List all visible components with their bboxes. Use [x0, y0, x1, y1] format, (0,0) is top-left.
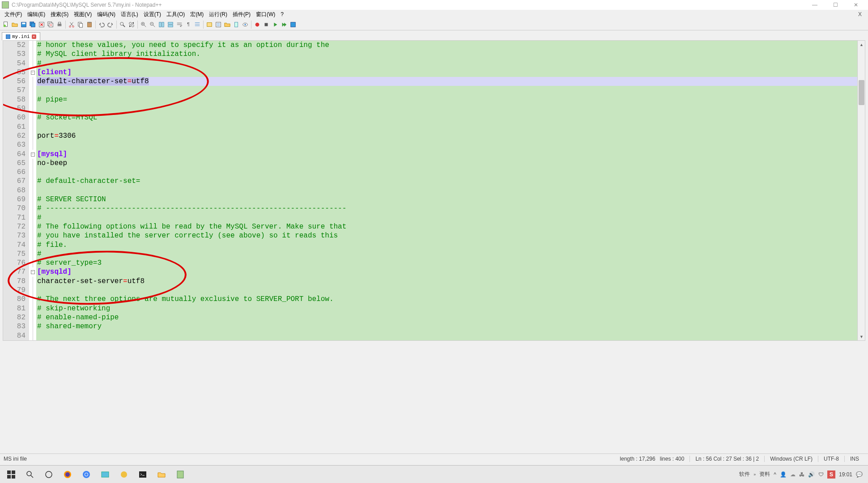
sync-h-icon[interactable] — [166, 21, 174, 29]
code-line[interactable]: # — [36, 213, 865, 222]
tray-people-icon[interactable]: 👤 — [780, 471, 787, 478]
menu-macro[interactable]: 宏(M) — [187, 10, 206, 19]
undo-icon[interactable] — [98, 21, 106, 29]
maximize-button[interactable]: ☐ — [825, 0, 846, 10]
code-line[interactable]: # MySQL client library initialization. — [36, 50, 865, 59]
fold-cell[interactable]: − — [29, 68, 36, 77]
tray-ime-icon[interactable]: S — [827, 470, 835, 479]
menu-search[interactable]: 搜索(S) — [48, 10, 71, 19]
save-icon[interactable] — [20, 21, 28, 29]
code-line[interactable]: # --------------------------------------… — [36, 204, 865, 213]
save-all-icon[interactable] — [29, 21, 37, 29]
menu-encoding[interactable]: 编码(N) — [94, 10, 118, 19]
chrome-icon[interactable] — [77, 466, 96, 483]
cut-icon[interactable] — [68, 21, 76, 29]
scrollbar-thumb[interactable] — [859, 80, 864, 105]
code-line[interactable]: # file. — [36, 241, 865, 250]
minimize-button[interactable]: — — [804, 0, 825, 10]
code-line[interactable]: # — [36, 250, 865, 258]
code-line[interactable]: # The following options will be read by … — [36, 222, 865, 231]
code-line[interactable]: # shared-memory — [36, 322, 865, 331]
code-line[interactable]: # SERVER SECTION — [36, 195, 865, 204]
cortana-icon[interactable] — [39, 466, 58, 483]
code-line[interactable]: # skip-networking — [36, 304, 865, 313]
new-file-icon[interactable] — [2, 21, 10, 29]
code-line[interactable] — [36, 186, 865, 195]
close-button[interactable]: ✕ — [846, 0, 866, 10]
code-line[interactable]: default-character-set=utf8 — [36, 77, 865, 86]
redo-icon[interactable] — [106, 21, 115, 29]
tray-text-2[interactable]: 资料 — [759, 470, 770, 478]
code-line[interactable]: # you have installed the server correctl… — [36, 231, 865, 240]
code-line[interactable]: # socket=MYSQL — [36, 113, 865, 122]
open-file-icon[interactable] — [11, 21, 19, 29]
tray-text-1[interactable]: 软件 — [739, 470, 750, 478]
zoom-out-icon[interactable] — [149, 21, 157, 29]
start-button[interactable] — [2, 466, 21, 483]
explorer-icon[interactable] — [152, 466, 171, 483]
code-line[interactable]: [client] — [36, 68, 865, 77]
code-line[interactable] — [36, 331, 865, 340]
sync-v-icon[interactable] — [157, 21, 166, 29]
code-line[interactable]: character-set-server=utf8 — [36, 277, 865, 286]
menu-language[interactable]: 语言(L) — [118, 10, 141, 19]
wrap-icon[interactable] — [175, 21, 183, 29]
fold-cell[interactable]: − — [29, 150, 36, 159]
tray-shield-icon[interactable]: 🛡 — [818, 471, 824, 478]
doc-map-icon[interactable] — [232, 21, 240, 29]
tray-volume-icon[interactable]: 🔊 — [808, 471, 815, 478]
code-line[interactable] — [36, 286, 865, 295]
menu-plugins[interactable]: 插件(P) — [230, 10, 253, 19]
code-line[interactable]: port=3306 — [36, 131, 865, 140]
code-line[interactable]: # pipe= — [36, 95, 865, 104]
code-line[interactable]: # enable-named-pipe — [36, 313, 865, 322]
code-line[interactable] — [36, 140, 865, 149]
code-line[interactable]: no-beep — [36, 159, 865, 168]
menu-close-x[interactable]: X — [855, 10, 864, 18]
terminal-icon[interactable] — [133, 466, 152, 483]
func-list-icon[interactable] — [214, 21, 222, 29]
code-line[interactable] — [36, 86, 865, 95]
scroll-down-icon[interactable]: ▼ — [858, 333, 865, 340]
menu-run[interactable]: 运行(R) — [206, 10, 230, 19]
stop-macro-icon[interactable] — [262, 21, 270, 29]
vertical-scrollbar[interactable]: ▲ ▼ — [857, 41, 865, 340]
code-line[interactable] — [36, 123, 865, 131]
play-multi-icon[interactable] — [280, 21, 288, 29]
app-icon-2[interactable] — [115, 466, 133, 483]
menu-view[interactable]: 视图(V) — [71, 10, 94, 19]
code-line[interactable] — [36, 168, 865, 177]
menu-tools[interactable]: 工具(O) — [164, 10, 187, 19]
paste-icon[interactable] — [85, 21, 94, 29]
menu-window[interactable]: 窗口(W) — [253, 10, 278, 19]
code-line[interactable]: # The next three options are mutually ex… — [36, 295, 865, 304]
code-line[interactable]: # default-character-set= — [36, 177, 865, 186]
play-macro-icon[interactable] — [271, 21, 279, 29]
close-file-icon[interactable] — [38, 21, 46, 29]
menu-help[interactable]: ? — [278, 10, 286, 18]
print-icon[interactable] — [55, 21, 64, 29]
record-macro-icon[interactable] — [253, 21, 261, 29]
file-tab-close-icon[interactable]: ✕ — [32, 34, 36, 39]
tray-clock[interactable]: 19:01 — [839, 471, 852, 478]
code-line[interactable]: [mysql] — [36, 150, 865, 159]
firefox-icon[interactable] — [58, 466, 77, 483]
save-macro-icon[interactable] — [289, 21, 297, 29]
fold-column[interactable]: −−− — [29, 41, 36, 340]
menu-file[interactable]: 文件(F) — [2, 10, 25, 19]
code-line[interactable]: # — [36, 59, 865, 68]
folder-icon[interactable] — [223, 21, 231, 29]
lang-icon[interactable] — [205, 21, 213, 29]
code-line[interactable]: # honor these values, you need to specif… — [36, 41, 865, 50]
replace-icon[interactable] — [128, 21, 136, 29]
code-line[interactable]: # server_type=3 — [36, 258, 865, 267]
code-line[interactable]: [mysqld] — [36, 267, 865, 276]
scroll-up-icon[interactable]: ▲ — [858, 41, 865, 48]
code-line[interactable] — [36, 104, 865, 113]
code-area[interactable]: # honor these values, you need to specif… — [36, 41, 865, 340]
search-icon[interactable] — [21, 466, 39, 483]
tray-notifications-icon[interactable]: 💬 — [856, 471, 863, 478]
tray-chevron-up-icon[interactable]: ^ — [774, 471, 776, 478]
monitor-icon[interactable] — [241, 21, 249, 29]
menu-settings[interactable]: 设置(T) — [141, 10, 164, 19]
